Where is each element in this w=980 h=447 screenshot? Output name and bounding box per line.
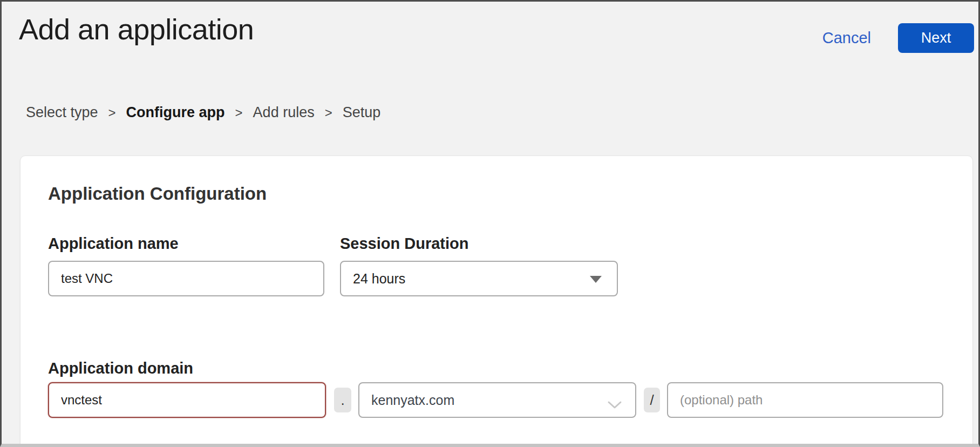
- card-heading: Application Configuration: [48, 184, 972, 204]
- slash-separator: /: [644, 388, 660, 412]
- session-duration-select[interactable]: 24 hours: [340, 261, 618, 296]
- page-title: Add an application: [19, 12, 254, 46]
- breadcrumb-step-select-type[interactable]: Select type: [26, 104, 98, 121]
- subdomain-input[interactable]: [48, 382, 326, 418]
- application-domain-label: Application domain: [48, 360, 972, 377]
- name-session-row: Application name Session Duration 24 hou…: [48, 235, 972, 296]
- session-duration-value: 24 hours: [353, 271, 405, 287]
- path-input[interactable]: [667, 382, 943, 418]
- domain-select-value: kennyatx.com: [371, 392, 454, 408]
- breadcrumb-separator: >: [108, 105, 116, 120]
- next-button[interactable]: Next: [898, 23, 974, 53]
- header-actions: Cancel Next: [822, 23, 974, 53]
- dot-separator: .: [334, 388, 351, 412]
- application-name-label: Application name: [48, 235, 324, 252]
- application-domain-row: . kennyatx.com /: [48, 377, 972, 418]
- caret-down-icon: [590, 276, 602, 283]
- breadcrumb-step-add-rules[interactable]: Add rules: [253, 104, 315, 121]
- breadcrumb-step-setup[interactable]: Setup: [343, 104, 381, 121]
- application-name-field: Application name: [48, 235, 324, 296]
- application-name-input[interactable]: [48, 261, 324, 296]
- session-duration-label: Session Duration: [340, 235, 618, 252]
- domain-select[interactable]: kennyatx.com: [358, 382, 636, 418]
- breadcrumb-separator: >: [325, 105, 332, 120]
- breadcrumb-separator: >: [235, 105, 243, 120]
- breadcrumb: Select type > Configure app > Add rules …: [26, 104, 380, 121]
- application-configuration-card: Application Configuration Application na…: [20, 155, 973, 447]
- session-duration-field: Session Duration 24 hours: [340, 235, 618, 296]
- breadcrumb-step-configure-app[interactable]: Configure app: [126, 104, 225, 121]
- cancel-button[interactable]: Cancel: [822, 29, 871, 47]
- chevron-down-icon: [607, 397, 622, 412]
